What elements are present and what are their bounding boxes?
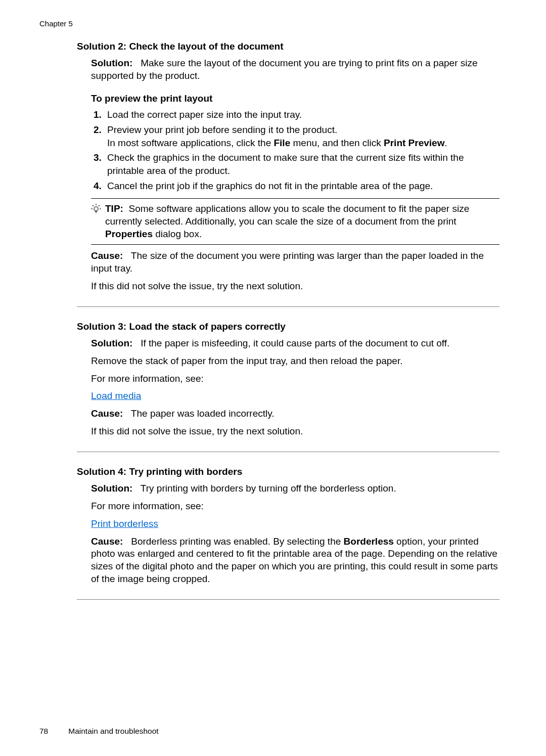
solution-3-solution-text: Solution: If the paper is misfeeding, it…: [91, 337, 499, 350]
tip-text: TIP: Some software applications allow yo…: [105, 203, 499, 240]
cause-label: Cause:: [91, 408, 123, 419]
solution-4-solution-body: Try printing with borders by turning off…: [141, 483, 396, 494]
step-3: Check the graphics in the document to ma…: [104, 151, 499, 177]
chapter-header: Chapter 5: [39, 19, 507, 28]
step-4: Cancel the print job if the graphics do …: [104, 180, 499, 193]
section-divider: [77, 452, 499, 452]
section-divider: [77, 599, 499, 600]
svg-line-2: [99, 205, 100, 206]
step-2-line-1: Preview your print job before sending it…: [107, 124, 337, 135]
solution-3-heading: Solution 3: Load the stack of papers cor…: [77, 321, 499, 332]
solution-2-heading: Solution 2: Check the layout of the docu…: [77, 41, 499, 52]
solution-3-cause: Cause: The paper was loaded incorrectly.: [91, 408, 499, 420]
svg-line-1: [93, 205, 94, 206]
solution-label: Solution:: [91, 483, 132, 494]
main-content: Solution 2: Check the layout of the docu…: [77, 41, 499, 600]
print-borderless-link[interactable]: Print borderless: [91, 518, 158, 529]
page-number: 78: [39, 727, 48, 735]
step-2-line-2c: .: [444, 138, 447, 148]
solution-4-heading: Solution 4: Try printing with borders: [77, 466, 499, 477]
solution-3-next: If this did not solve the issue, try the…: [91, 425, 499, 438]
page-footer: 78Maintain and troubleshoot: [39, 727, 159, 736]
solution-4-cause-a: Borderless printing was enabled. By sele…: [131, 536, 343, 547]
preview-steps-list: Load the correct paper size into the inp…: [91, 108, 499, 192]
solution-2-cause-body: The size of the document you were printi…: [91, 250, 484, 274]
solution-2-next: If this did not solve the issue, try the…: [91, 280, 499, 293]
step-2-preview: Print Preview: [384, 138, 444, 148]
tip-label: TIP:: [105, 203, 123, 214]
cause-label: Cause:: [91, 536, 123, 547]
solution-3-remove: Remove the stack of paper from the input…: [91, 355, 499, 368]
cause-label: Cause:: [91, 250, 123, 261]
tip-body-b: dialog box.: [153, 229, 202, 239]
solution-3-solution-body: If the paper is misfeeding, it could cau…: [141, 338, 449, 348]
tip-properties: Properties: [105, 229, 153, 239]
solution-4-solution-text: Solution: Try printing with borders by t…: [91, 482, 499, 495]
footer-title: Maintain and troubleshoot: [68, 727, 158, 735]
solution-4-more-info: For more information, see:: [91, 500, 499, 513]
solution-label: Solution:: [91, 58, 132, 68]
load-media-link[interactable]: Load media: [91, 390, 141, 401]
solution-4-cause: Cause: Borderless printing was enabled. …: [91, 536, 499, 586]
solution-3-cause-body: The paper was loaded incorrectly.: [131, 408, 275, 419]
solution-label: Solution:: [91, 338, 132, 348]
solution-2-solution-body: Make sure the layout of the document you…: [91, 58, 478, 81]
step-2-file: File: [274, 138, 290, 148]
solution-3-more-info: For more information, see:: [91, 373, 499, 385]
tip-box: TIP: Some software applications allow yo…: [91, 198, 499, 245]
svg-point-5: [94, 207, 98, 211]
step-2-line-2a: In most software applications, click the: [107, 138, 274, 148]
preview-heading: To preview the print layout: [91, 93, 499, 104]
step-1: Load the correct paper size into the inp…: [104, 108, 499, 121]
section-divider: [77, 306, 499, 307]
lightbulb-icon: [91, 204, 101, 216]
solution-4-borderless: Borderless: [344, 536, 394, 547]
solution-2-cause: Cause: The size of the document you were…: [91, 250, 499, 275]
solution-2-solution-text: Solution: Make sure the layout of the do…: [91, 57, 499, 82]
step-2-line-2b: menu, and then click: [290, 138, 384, 148]
step-2: Preview your print job before sending it…: [104, 123, 499, 149]
tip-body-a: Some software applications allow you to …: [105, 203, 469, 227]
